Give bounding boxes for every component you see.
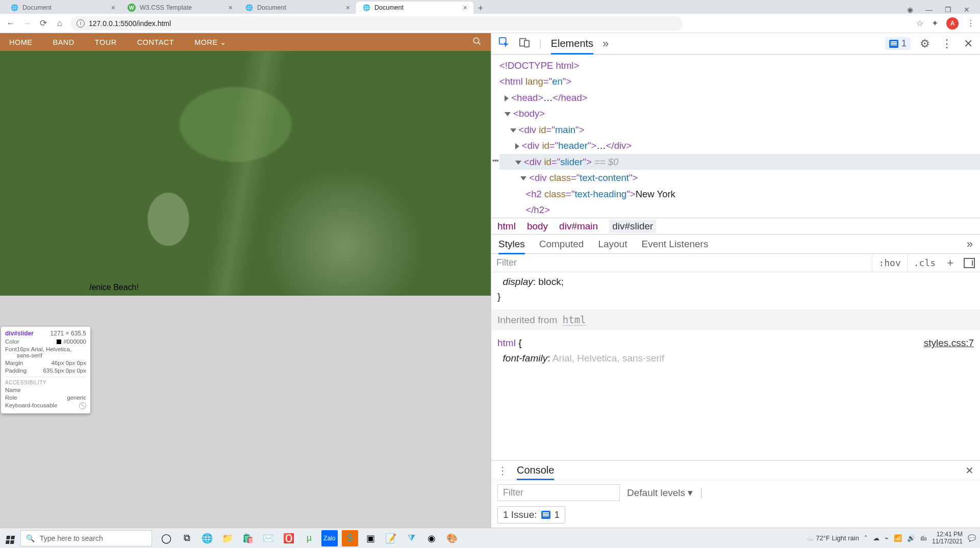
kebab-menu-icon[interactable]: ⋮ xyxy=(941,37,952,50)
nav-home[interactable]: HOME xyxy=(9,38,33,46)
paint-icon[interactable]: 🎨 xyxy=(444,530,460,546)
settings-gear-icon[interactable]: ⚙ xyxy=(920,37,930,50)
bluetooth-icon[interactable]: ⌁ xyxy=(885,534,889,542)
skype-icon[interactable]: S xyxy=(342,530,358,546)
more-subtabs-icon[interactable]: » xyxy=(967,238,973,251)
inspect-element-icon[interactable] xyxy=(498,37,510,50)
browser-tab-2[interactable]: W W3.CSS Template × xyxy=(121,2,239,14)
browser-tab-4-active[interactable]: 🌐 Document × xyxy=(356,2,473,14)
close-window-icon[interactable]: ✕ xyxy=(964,6,970,14)
subtab-styles[interactable]: Styles xyxy=(498,239,525,250)
crumb-html[interactable]: html xyxy=(497,221,516,232)
log-levels-dropdown[interactable]: Default levels ▾ xyxy=(627,487,693,499)
tab-title: Document xyxy=(22,4,52,11)
tooltip-font-label: Font xyxy=(5,346,17,358)
crumb-main[interactable]: div#main xyxy=(559,221,598,232)
notepad-icon[interactable]: 📝 xyxy=(383,530,399,546)
close-devtools-icon[interactable]: ✕ xyxy=(964,37,973,50)
taskbar-search[interactable]: 🔍 Type here to search xyxy=(20,530,152,546)
nav-tour[interactable]: TOUR xyxy=(95,38,117,46)
styles-filter-input[interactable] xyxy=(491,257,872,268)
edge-icon[interactable]: 🌐 xyxy=(199,530,215,546)
file-explorer-icon[interactable]: 📁 xyxy=(219,530,236,546)
close-console-icon[interactable]: ✕ xyxy=(965,464,974,477)
maximize-icon[interactable]: ❐ xyxy=(945,6,951,14)
console-filter-input[interactable] xyxy=(497,484,620,501)
tooltip-margin-label: Margin xyxy=(5,360,23,366)
start-button[interactable] xyxy=(0,532,20,544)
home-button[interactable]: ⌂ xyxy=(54,18,65,29)
tab-elements[interactable]: Elements xyxy=(551,38,593,49)
subtab-layout[interactable]: Layout xyxy=(598,239,627,250)
notion-icon[interactable]: ▣ xyxy=(362,530,379,546)
profile-avatar[interactable]: A xyxy=(946,17,959,30)
styles-filter-bar: :hov .cls + xyxy=(491,254,980,272)
volume-icon[interactable]: 🔊 xyxy=(907,534,915,542)
hov-toggle[interactable]: :hov xyxy=(872,254,907,272)
issues-badge[interactable]: 1 xyxy=(885,37,911,50)
utorrent-icon[interactable]: µ xyxy=(301,530,317,546)
record-icon[interactable]: ◉ xyxy=(907,6,913,14)
new-tab-button[interactable]: + xyxy=(473,3,488,14)
crumb-body[interactable]: body xyxy=(527,221,548,232)
cortana-icon[interactable]: ◯ xyxy=(158,530,174,546)
close-icon[interactable]: × xyxy=(111,4,115,12)
nav-contact[interactable]: CONTACT xyxy=(137,38,174,46)
store-icon[interactable]: 🛍️ xyxy=(240,530,256,546)
site-info-icon[interactable]: i xyxy=(77,19,85,28)
language-icon[interactable]: 🖮 xyxy=(920,534,927,542)
styles-pane[interactable]: display: block; } Inherited from html ht… xyxy=(491,272,980,460)
console-menu-icon[interactable]: ⋮ xyxy=(497,464,508,477)
subtab-event-listeners[interactable]: Event Listeners xyxy=(641,239,708,250)
cls-toggle[interactable]: .cls xyxy=(907,254,942,272)
chrome-icon[interactable]: ◉ xyxy=(423,530,440,546)
mail-icon[interactable]: ✉️ xyxy=(260,530,277,546)
close-icon[interactable]: × xyxy=(229,4,233,12)
task-view-icon[interactable]: ⧉ xyxy=(179,530,195,546)
toggle-sidebar-icon[interactable] xyxy=(964,258,975,268)
tooltip-padding-label: Padding xyxy=(5,368,27,374)
tab-title: W3.CSS Template xyxy=(140,4,192,11)
search-icon[interactable] xyxy=(472,37,482,48)
browser-tab-3[interactable]: 🌐 Document × xyxy=(239,2,356,14)
onedrive-icon[interactable]: ☁ xyxy=(873,534,880,542)
chevron-up-icon[interactable]: ˄ xyxy=(864,534,868,542)
close-icon[interactable]: × xyxy=(346,4,350,12)
back-button[interactable]: ← xyxy=(5,18,16,29)
notifications-icon[interactable]: 💬 xyxy=(968,534,976,542)
dom-selected-node[interactable]: <div id="slider"> == $0 xyxy=(499,154,980,170)
devtools-panel: | Elements » 1 ⚙ ⋮ ✕ <!DOCTYPE html> <ht… xyxy=(491,33,980,528)
vscode-icon[interactable]: ⧩ xyxy=(403,530,419,546)
console-issues-button[interactable]: 1 Issue: 1 xyxy=(497,506,565,524)
tooltip-color-label: Color xyxy=(5,338,19,345)
zalo-icon[interactable]: Zalo xyxy=(321,530,338,546)
address-bar[interactable]: i 127.0.0.1:5500/index.html xyxy=(70,16,683,31)
bookmark-star-icon[interactable]: ☆ xyxy=(916,18,923,28)
device-toolbar-icon[interactable] xyxy=(519,37,530,50)
weather-widget[interactable]: ☁️ 72°F Light rain xyxy=(806,534,859,542)
wifi-icon[interactable]: 📶 xyxy=(894,534,902,542)
nav-more[interactable]: MORE ⌄ xyxy=(194,38,227,46)
browser-tab-1[interactable]: 🌐 Document × xyxy=(4,2,121,14)
nav-band[interactable]: BAND xyxy=(53,38,74,46)
stylesheet-link[interactable]: styles.css:7 xyxy=(924,335,974,350)
forward-button[interactable]: → xyxy=(21,18,33,29)
tab-console[interactable]: Console xyxy=(517,464,554,476)
extensions-icon[interactable]: ✦ xyxy=(932,18,938,28)
dom-tree[interactable]: <!DOCTYPE html> <html lang="en"> <head>…… xyxy=(491,55,980,218)
svg-point-0 xyxy=(473,38,479,43)
close-icon[interactable]: × xyxy=(463,4,467,12)
crumb-slider[interactable]: div#slider xyxy=(609,220,656,233)
opera-icon[interactable]: 🅾️ xyxy=(281,530,297,546)
subtab-computed[interactable]: Computed xyxy=(539,239,584,250)
system-clock[interactable]: 12:41 PM 11/17/2021 xyxy=(932,531,963,545)
kebab-menu-icon[interactable]: ⋮ xyxy=(967,18,975,28)
minimize-icon[interactable]: — xyxy=(925,6,933,14)
reload-button[interactable]: ⟳ xyxy=(38,18,49,29)
tooltip-selector: div#slider xyxy=(5,330,34,337)
new-style-rule-button[interactable]: + xyxy=(942,256,959,270)
inherited-from-value[interactable]: html xyxy=(563,314,586,326)
more-tabs-icon[interactable]: » xyxy=(602,37,609,50)
tab-title: Document xyxy=(374,4,404,11)
tooltip-dimensions: 1271 × 635.5 xyxy=(51,330,86,337)
